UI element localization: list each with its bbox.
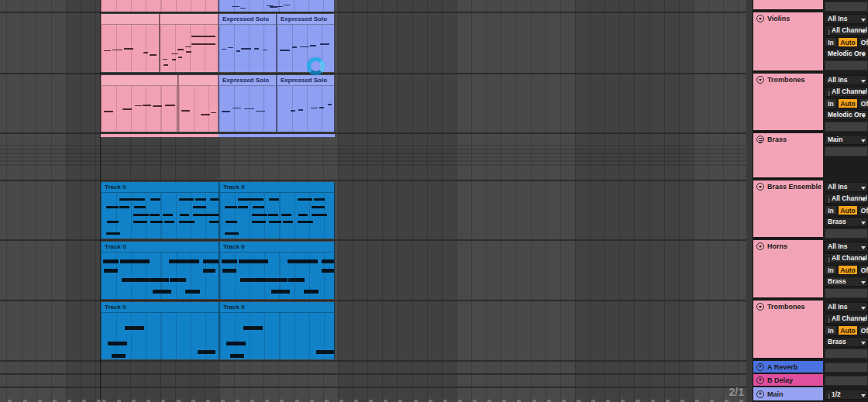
midi-note bbox=[122, 108, 131, 110]
trombones-2-input-channel-chooser[interactable]: All Channels bbox=[825, 314, 868, 324]
play-triangle-icon bbox=[760, 365, 762, 368]
track-header-track-above[interactable] bbox=[753, 0, 823, 11]
track-header-main[interactable]: Main bbox=[753, 387, 823, 401]
arrangement-lane-return-a[interactable] bbox=[0, 361, 746, 374]
track-header-brass-group[interactable]: Brass bbox=[753, 133, 823, 179]
midi-note bbox=[314, 198, 325, 201]
trombones-1-input-channel-chooser[interactable]: All Channels bbox=[825, 87, 868, 97]
clip-track-0[interactable]: Track 0 bbox=[219, 242, 335, 299]
trombones-2-input-chooser[interactable]: All Ins bbox=[825, 302, 868, 312]
clip-pink[interactable] bbox=[101, 14, 160, 72]
clip-pink[interactable] bbox=[101, 0, 219, 12]
group-lines-icon bbox=[759, 138, 763, 143]
track-row-separator bbox=[0, 373, 746, 375]
fold-toggle-icon[interactable] bbox=[756, 242, 764, 250]
clip-track-0[interactable]: Track 0 bbox=[219, 182, 335, 239]
fold-toggle-icon[interactable] bbox=[756, 136, 764, 143]
monitor-in-button[interactable]: In bbox=[825, 325, 837, 335]
monitor-auto-button[interactable]: Auto bbox=[838, 37, 858, 47]
monitor-off-button[interactable]: Off bbox=[859, 325, 868, 335]
clip-pink[interactable] bbox=[160, 14, 219, 72]
monitor-in-button[interactable]: In bbox=[825, 37, 837, 47]
midi-note bbox=[243, 326, 264, 330]
horns-input-channel-chooser[interactable]: All Channels bbox=[825, 253, 868, 263]
monitor-auto-button[interactable]: Auto bbox=[838, 325, 858, 335]
clip-pink[interactable] bbox=[178, 75, 219, 132]
trombones-1-output-chooser[interactable]: Melodic Orc bbox=[825, 110, 868, 120]
horns-input-chooser[interactable]: All Ins bbox=[825, 242, 868, 252]
track-header-brass-ensemble[interactable]: Brass Ensemble bbox=[753, 180, 823, 239]
clip-track-0[interactable]: Track 0 bbox=[101, 242, 219, 299]
fold-toggle-icon[interactable] bbox=[756, 76, 764, 84]
trombones-2-output-chooser[interactable]: Brass bbox=[825, 337, 868, 347]
brass-ensemble-input-channel-chooser[interactable]: All Channels bbox=[825, 194, 868, 204]
brass-ensemble-output-chooser[interactable]: Brass bbox=[825, 217, 868, 227]
horns-output-chooser[interactable]: Brass bbox=[825, 277, 868, 287]
track-header-trombones-2[interactable]: Trombones bbox=[753, 301, 823, 359]
midi-note bbox=[193, 214, 208, 216]
clip-track-0[interactable]: Track 0 bbox=[101, 302, 219, 359]
track-header-return-a[interactable]: A Reverb bbox=[753, 361, 823, 373]
midi-note bbox=[298, 109, 304, 111]
clip-expressed-solo[interactable]: Expressed Solo bbox=[277, 14, 335, 72]
monitor-in-button[interactable]: In bbox=[825, 205, 837, 215]
track-row-separator bbox=[0, 12, 746, 13]
io-row bbox=[825, 146, 868, 156]
main-output-chooser[interactable]: 1/2 bbox=[825, 390, 868, 400]
monitor-off-button[interactable]: Off bbox=[859, 98, 868, 108]
midi-note bbox=[125, 326, 145, 330]
track-name-label: Main bbox=[767, 390, 784, 398]
fold-toggle-icon[interactable] bbox=[756, 15, 764, 22]
midi-note bbox=[185, 290, 200, 294]
io-row bbox=[825, 362, 868, 373]
clip-title: Track 0 bbox=[220, 302, 334, 313]
clip-expressed-solo[interactable]: Expressed Solo bbox=[219, 14, 277, 72]
midi-note bbox=[150, 54, 157, 56]
io-row bbox=[825, 349, 868, 359]
clip-expressed-solo[interactable]: Expressed Solo bbox=[277, 75, 335, 132]
midi-note bbox=[210, 198, 219, 201]
io-empty-box bbox=[825, 288, 868, 298]
clip-track-0[interactable]: Track 0 bbox=[101, 182, 219, 239]
monitor-auto-button[interactable]: Auto bbox=[838, 98, 858, 108]
monitor-in-button[interactable]: In bbox=[825, 265, 837, 275]
chooser-mini-icon bbox=[827, 393, 831, 400]
monitor-off-button[interactable]: Off bbox=[859, 37, 868, 47]
track-io-violins: All InsAll ChannelsInAutoOffMelodic Orc bbox=[825, 12, 868, 74]
fold-toggle-icon[interactable] bbox=[756, 303, 764, 311]
io-row: InAutoOff bbox=[825, 205, 868, 215]
clip-expressed-solo[interactable]: Expressed Solo bbox=[219, 75, 277, 132]
fold-toggle-icon[interactable] bbox=[756, 376, 764, 384]
track-io-trombones-1: All InsAll ChannelsInAutoOffMelodic Orc bbox=[825, 74, 868, 133]
fold-toggle-icon[interactable] bbox=[756, 363, 764, 371]
midi-note bbox=[165, 105, 175, 106]
violins-input-channel-chooser[interactable]: All Channels bbox=[825, 26, 868, 36]
arrangement-grid[interactable]: Expressed SoloExpressed SoloExpressed So… bbox=[0, 0, 746, 402]
track-header-violins[interactable]: Violins bbox=[753, 12, 823, 72]
brass-ensemble-input-chooser[interactable]: All Ins bbox=[825, 182, 868, 192]
panel-divider[interactable] bbox=[746, 0, 753, 402]
arrangement-lane-return-b[interactable] bbox=[0, 374, 746, 387]
monitor-auto-button[interactable]: Auto bbox=[838, 265, 858, 275]
triangle-down-icon bbox=[759, 306, 762, 308]
fold-toggle-icon[interactable] bbox=[756, 183, 764, 191]
monitor-auto-button[interactable]: Auto bbox=[838, 205, 858, 215]
midi-note bbox=[304, 290, 319, 294]
monitor-in-button[interactable]: In bbox=[825, 98, 837, 108]
violins-output-chooser[interactable]: Melodic Orc bbox=[825, 49, 868, 59]
clip-periwinkle[interactable] bbox=[219, 0, 335, 12]
clip-track-0[interactable]: Track 0 bbox=[219, 302, 335, 359]
brass-group-output-chooser[interactable]: Main bbox=[825, 135, 868, 145]
fold-toggle-icon[interactable] bbox=[756, 390, 764, 398]
trombones-1-input-chooser[interactable]: All Ins bbox=[825, 75, 868, 85]
monitor-off-button[interactable]: Off bbox=[859, 205, 868, 215]
monitor-off-button[interactable]: Off bbox=[859, 265, 868, 275]
violins-input-chooser[interactable]: All Ins bbox=[825, 14, 868, 24]
track-header-return-b[interactable]: B Delay bbox=[753, 374, 823, 387]
triangle-down-icon bbox=[759, 79, 762, 81]
midi-note bbox=[222, 259, 237, 263]
clip-pink[interactable] bbox=[101, 75, 178, 132]
track-header-horns[interactable]: Horns bbox=[753, 240, 823, 299]
midi-note bbox=[284, 5, 291, 6]
track-header-trombones-1[interactable]: Trombones bbox=[753, 74, 823, 132]
